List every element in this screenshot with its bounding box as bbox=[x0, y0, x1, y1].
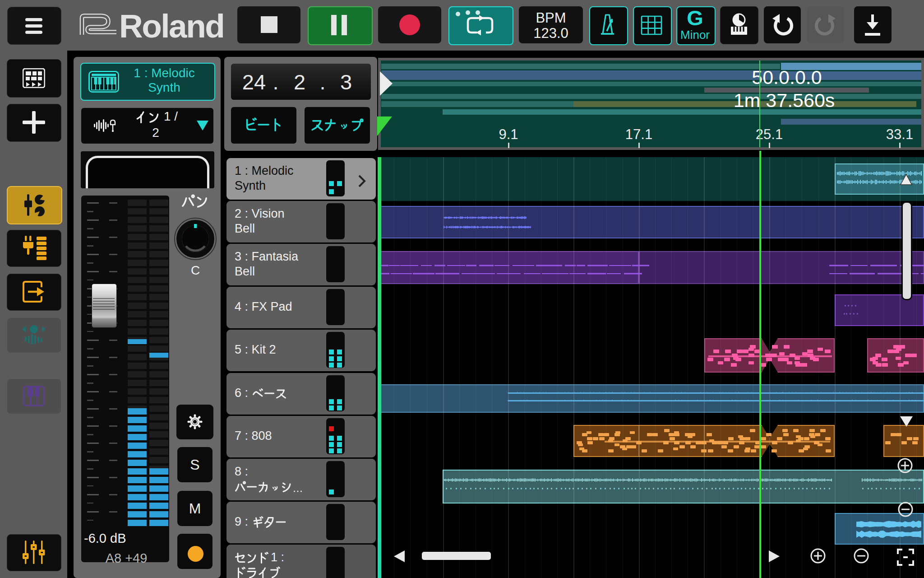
svg-text:Roland: Roland bbox=[119, 12, 224, 40]
